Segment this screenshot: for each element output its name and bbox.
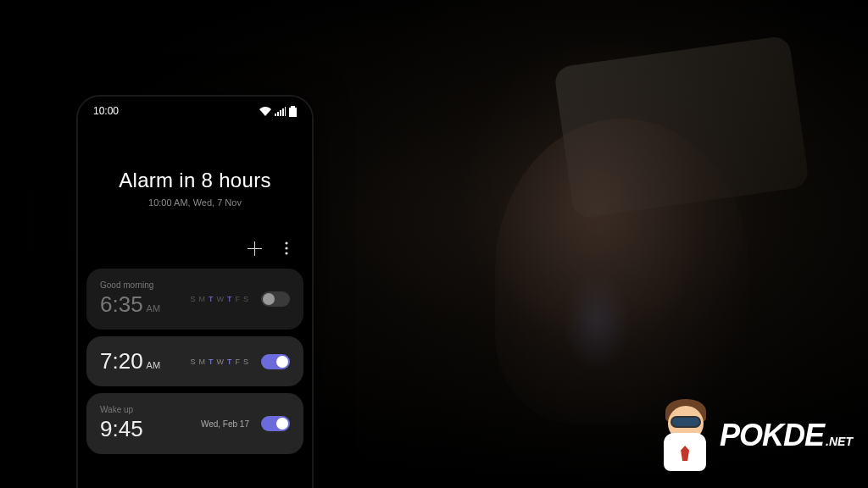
- alarm-card[interactable]: Good morning 6:35 AM S M T W T: [86, 269, 303, 330]
- days-row: S M T W T F S: [190, 295, 249, 303]
- alarm-toggle[interactable]: [261, 291, 290, 307]
- day-w: W: [216, 295, 225, 303]
- day-s2: S: [243, 295, 249, 303]
- alarm-ampm: AM: [147, 360, 161, 370]
- day-m: M: [198, 358, 206, 366]
- day-t2: T: [227, 358, 233, 366]
- phone-screen: 10:00 Alarm in 8 hours 10:00 AM, Wed, 7 …: [78, 97, 312, 488]
- alarm-right: Wed, Feb 17: [201, 416, 290, 431]
- alarm-toggle[interactable]: [261, 354, 290, 369]
- day-f: F: [235, 295, 241, 303]
- alarm-card[interactable]: Wake up 9:45 Wed, Feb 17: [86, 393, 303, 454]
- svg-point-1: [285, 247, 287, 249]
- status-bar: 10:00: [78, 97, 312, 122]
- alarm-label: Good morning: [100, 280, 160, 290]
- alarm-title: Alarm in 8 hours: [95, 169, 295, 192]
- svg-point-0: [285, 241, 287, 244]
- alarm-time: 9:45: [100, 416, 143, 442]
- wifi-icon: [259, 107, 271, 116]
- logo-ext: .NET: [826, 435, 853, 448]
- held-phone-glow: [563, 271, 631, 373]
- mascot-icon: [655, 399, 715, 471]
- alarm-time-row: 6:35 AM: [100, 291, 160, 318]
- day-t2: T: [227, 295, 233, 303]
- day-s: S: [190, 358, 196, 366]
- day-t: T: [209, 358, 214, 366]
- alarm-ampm: AM: [147, 303, 161, 313]
- alarm-date: Wed, Feb 17: [201, 419, 249, 429]
- days-row: S M T W T F S: [190, 358, 249, 366]
- header-actions: [78, 233, 312, 269]
- day-s: S: [190, 295, 196, 303]
- alarm-time-block: 7:20 AM: [100, 348, 160, 374]
- phone-mockup: 10:00 Alarm in 8 hours 10:00 AM, Wed, 7 …: [76, 95, 314, 488]
- logo-main: POKDE: [720, 418, 824, 453]
- alarm-time-block: Good morning 6:35 AM: [100, 280, 160, 318]
- alarm-time: 7:20: [100, 348, 143, 374]
- day-s2: S: [243, 358, 249, 366]
- alarm-list: Good morning 6:35 AM S M T W T: [78, 269, 312, 454]
- alarm-time-row: 7:20 AM: [100, 348, 160, 374]
- alarm-card[interactable]: 7:20 AM S M T W T F S: [86, 336, 303, 386]
- status-icons: [259, 106, 297, 117]
- alarm-right: S M T W T F S: [190, 291, 290, 307]
- alarm-time-row: 9:45: [100, 416, 143, 442]
- day-t: T: [209, 295, 214, 303]
- day-m: M: [198, 295, 206, 303]
- alarm-header: Alarm in 8 hours 10:00 AM, Wed, 7 Nov: [78, 122, 312, 233]
- alarm-right: S M T W T F S: [190, 354, 290, 369]
- more-icon: [285, 241, 288, 255]
- svg-point-2: [285, 252, 287, 254]
- alarm-time: 6:35: [100, 291, 143, 318]
- logo-text: POKDE .NET: [720, 418, 853, 453]
- alarm-label: Wake up: [100, 405, 143, 414]
- add-alarm-button[interactable]: [246, 240, 263, 257]
- plus-icon: [248, 241, 262, 256]
- alarm-time-block: Wake up 9:45: [100, 405, 143, 442]
- alarm-subtitle: 10:00 AM, Wed, 7 Nov: [95, 197, 295, 208]
- day-f: F: [235, 358, 241, 366]
- battery-icon: [289, 106, 297, 117]
- status-time: 10:00: [93, 105, 119, 117]
- signal-icon: [275, 107, 286, 116]
- pokde-logo: POKDE .NET: [655, 399, 853, 471]
- alarm-toggle[interactable]: [261, 416, 290, 431]
- menu-button[interactable]: [278, 240, 295, 257]
- scene-background: 10:00 Alarm in 8 hours 10:00 AM, Wed, 7 …: [0, 0, 868, 488]
- day-w: W: [216, 358, 225, 366]
